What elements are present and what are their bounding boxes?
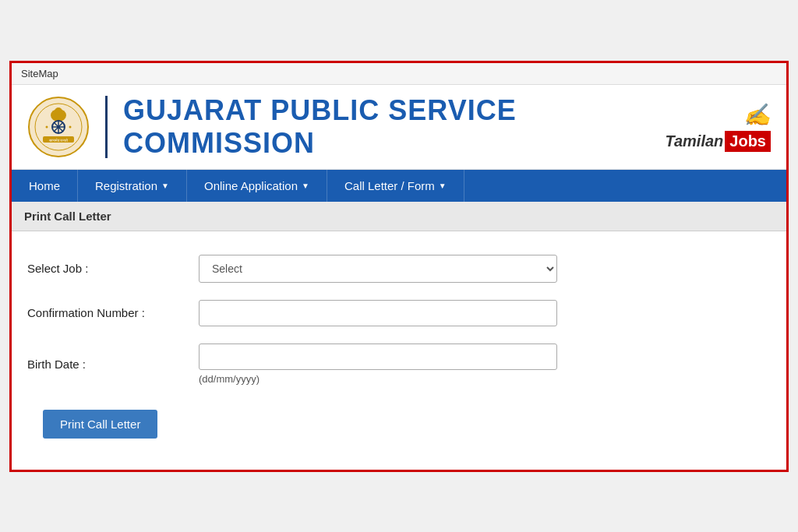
svg-point-3 [55,107,62,115]
emblem-logo: सत्यमेव जयते [27,96,90,158]
confirmation-number-input[interactable] [199,300,557,326]
svg-text:सत्यमेव जयते: सत्यमेव जयते [48,138,68,143]
svg-point-13 [69,125,72,128]
jobs-text: Jobs [725,131,771,152]
birth-date-wrapper: (dd/mm/yyyy) [199,344,557,385]
nav-registration-chevron: ▼ [161,181,169,190]
nav-registration[interactable]: Registration ▼ [78,170,187,202]
sitemap-label: SiteMap [21,68,58,79]
main-content: Print Call Letter Select Job : Select Co… [12,202,786,470]
nav-call-letter-chevron: ▼ [439,181,447,190]
svg-point-12 [46,125,48,128]
nav-registration-label: Registration [95,179,157,192]
form-area: Select Job : Select Confirmation Number … [12,231,786,470]
header-divider [105,96,108,158]
section-title: Print Call Letter [24,210,111,223]
tamilan-badge: Tamilan Jobs [665,131,771,152]
section-header: Print Call Letter [12,202,786,231]
select-job-row: Select Job : Select [27,255,771,283]
birth-date-label: Birth Date : [27,358,199,371]
birth-date-row: Birth Date : (dd/mm/yyyy) [27,344,771,385]
date-format-hint: (dd/mm/yyyy) [199,373,557,385]
nav-online-application-label: Online Application [204,179,298,192]
print-call-letter-button[interactable]: Print Call Letter [43,410,157,439]
header: सत्यमेव जयते GUJARAT PUBLIC SERVICE COMM… [12,85,786,170]
org-title: GUJARAT PUBLIC SERVICE COMMISSION [123,94,665,160]
navbar: Home Registration ▼ Online Application ▼… [12,170,786,202]
header-right: ✍ Tamilan Jobs [665,102,771,152]
select-job-dropdown[interactable]: Select [199,255,557,283]
nav-home-label: Home [29,179,60,192]
confirmation-number-row: Confirmation Number : [27,300,771,326]
nav-call-letter[interactable]: Call Letter / Form ▼ [327,170,464,202]
nav-online-application-chevron: ▼ [302,181,309,190]
print-button-row: Print Call Letter [27,402,771,439]
nav-call-letter-label: Call Letter / Form [344,179,435,192]
select-job-wrapper: Select [199,255,557,283]
page-container: SiteMap सत्यमेव जयते GUJARAT PUB [9,61,789,472]
confirmation-number-wrapper [199,300,557,326]
select-job-label: Select Job : [27,262,199,275]
nav-online-application[interactable]: Online Application ▼ [187,170,327,202]
sitemap-bar: SiteMap [12,63,786,85]
nav-home[interactable]: Home [12,170,78,202]
birth-date-input[interactable] [199,344,557,370]
confirmation-number-label: Confirmation Number : [27,306,199,319]
signature-icon: ✍ [743,102,771,128]
tamilan-text: Tamilan [665,132,723,150]
